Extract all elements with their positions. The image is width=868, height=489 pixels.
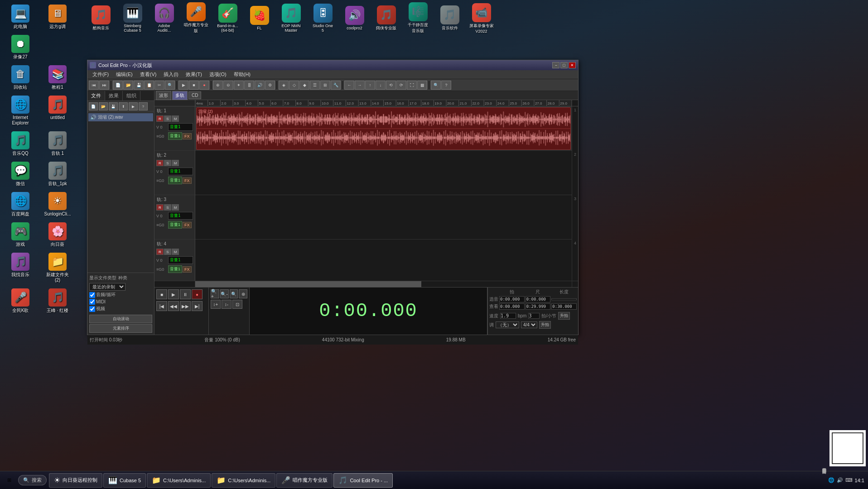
- desktop-icon-womusic[interactable]: 🎵 我找音乐: [5, 253, 36, 283]
- desktop-icon-fl[interactable]: 🍓 FL: [245, 6, 274, 30]
- track-4-s-btn[interactable]: S: [164, 249, 171, 255]
- maximize-button[interactable]: □: [560, 62, 568, 68]
- minimize-button[interactable]: －: [552, 62, 559, 68]
- toolbar-play[interactable]: ▶: [178, 81, 188, 90]
- zoom-sel[interactable]: ⊛: [239, 289, 247, 298]
- desktop-icon-singmagic[interactable]: 🎤 唱作魔方专业版: [181, 2, 211, 34]
- toolbar-save[interactable]: 💾: [134, 81, 144, 90]
- mode-btn-waveform[interactable]: 波形: [156, 91, 171, 100]
- desktop-icon-quanmink[interactable]: 🎤 全民K歌: [5, 288, 36, 313]
- desktop-icon-kuwo[interactable]: 🎵 酷狗音乐: [86, 5, 116, 31]
- track-2-m-btn[interactable]: M: [172, 160, 179, 166]
- toolbar-btn3[interactable]: 🔍: [165, 81, 175, 90]
- menu-help[interactable]: 帮助(H): [230, 70, 254, 79]
- track-2-s-btn[interactable]: S: [164, 160, 171, 166]
- video-checkbox[interactable]: 视频: [89, 306, 105, 312]
- desktop-icon-mp3[interactable]: 🎵 untitled: [42, 96, 73, 126]
- desktop-icon-audition[interactable]: 🎧 AdobeAuditi...: [149, 4, 179, 33]
- toolbar-open[interactable]: 📂: [123, 81, 133, 90]
- track-2-eq-btn[interactable]: 音量1: [168, 177, 182, 184]
- track-1-s-btn[interactable]: S: [164, 115, 171, 122]
- toolbar-btn6[interactable]: ✦: [234, 81, 244, 90]
- toolbar-ff[interactable]: ⏭: [99, 81, 109, 90]
- menu-insert[interactable]: 插入(I): [160, 70, 182, 79]
- sig-select[interactable]: 4/4: [521, 321, 537, 328]
- taskbar-item-sunlogin[interactable]: ☀ 向日葵远程控制: [49, 473, 102, 488]
- taskbar-search[interactable]: 🔍 搜索: [18, 475, 47, 485]
- taskbar-item-explorer2[interactable]: 📁 C:\Users\Adminis...: [212, 473, 275, 488]
- skip-start-btn[interactable]: |◀: [156, 301, 167, 311]
- track-3-r-btn[interactable]: R: [156, 204, 164, 211]
- record-btn[interactable]: ●: [192, 289, 203, 299]
- tab-files[interactable]: 文件: [87, 91, 105, 101]
- zoom-out-h[interactable]: 🔍-: [220, 289, 229, 298]
- desktop-icon-music-soft[interactable]: 🎵 音乐软件: [435, 5, 464, 31]
- tab-organize[interactable]: 组织: [123, 91, 140, 101]
- desktop-icon-baidu[interactable]: 🌐 百度网盘: [5, 192, 36, 217]
- desktop-icon-eop[interactable]: 🎵 EOP NMNMaster: [276, 4, 306, 33]
- desktop-icon-ie[interactable]: 🌐 InternetExplorer: [5, 96, 36, 126]
- desktop-icon-qqmusic[interactable]: 🎵 音乐QQ: [5, 131, 36, 156]
- close-button[interactable]: ✕: [569, 62, 576, 68]
- tempo-input[interactable]: [500, 313, 516, 319]
- pause-btn[interactable]: ⏸: [180, 289, 191, 299]
- toolbar-btn19[interactable]: ↓: [376, 81, 386, 90]
- desktop-icon-new-folder[interactable]: 📁 新建文件夹(2): [42, 253, 73, 283]
- auto-scroll-btn[interactable]: 自动滚动: [89, 315, 152, 323]
- zoom-in-v[interactable]: ↕+: [211, 300, 221, 309]
- toolbar-btn5[interactable]: ⊖: [223, 81, 233, 90]
- taskbar-item-singmagic[interactable]: 🎤 唱作魔方专业版: [276, 473, 333, 488]
- toolbar-btn15[interactable]: 🔧: [331, 81, 341, 90]
- desktop-icon-game[interactable]: 🎮 游戏: [5, 222, 36, 247]
- start-button[interactable]: ⊞: [0, 471, 18, 489]
- mode-btn-cd[interactable]: CD: [188, 91, 201, 99]
- desktop-icon-sunlogin[interactable]: ☀ SunloginCli...: [42, 192, 73, 217]
- beat-input[interactable]: [528, 313, 540, 319]
- toolbar-btn10[interactable]: ◈: [279, 81, 289, 90]
- desktop-icon-coolpro2[interactable]: 🔊 coolpro2: [340, 6, 369, 30]
- menu-view[interactable]: 查看(V): [136, 70, 160, 79]
- menu-edit[interactable]: 编辑(E): [112, 70, 136, 79]
- h-scrollbar-track[interactable]: [195, 281, 572, 287]
- stop-btn[interactable]: ■: [156, 289, 167, 299]
- left-btn-new[interactable]: 📄: [89, 102, 98, 110]
- desktop-icon-band[interactable]: 🎸 Band-in-a...(64-bit): [213, 4, 242, 33]
- toolbar-btn4[interactable]: ⊕: [213, 81, 223, 90]
- track-4-eq-btn[interactable]: 音量1: [168, 265, 182, 273]
- mode-btn-multitrack[interactable]: 多轨: [172, 91, 188, 100]
- zoom-in-h[interactable]: 🔍+: [211, 289, 219, 298]
- toolbar-btn13[interactable]: ☰: [310, 81, 320, 90]
- toolbar-btn7[interactable]: 🎛: [244, 81, 254, 90]
- network-icon[interactable]: 🌐: [828, 477, 834, 483]
- toolbar-btn17[interactable]: →: [355, 81, 365, 90]
- file-item[interactable]: 🔊 混缩 (2).wav: [88, 113, 153, 121]
- track-3-m-btn[interactable]: M: [172, 204, 179, 211]
- track-2-fx-btn[interactable]: FX: [183, 177, 192, 184]
- track-1-fx-btn[interactable]: FX: [183, 133, 192, 139]
- toolbar-help[interactable]: ?: [441, 81, 451, 90]
- prev-btn[interactable]: ◀◀: [168, 301, 179, 311]
- h-scrollbar-thumb[interactable]: [195, 281, 421, 287]
- toolbar-btn18[interactable]: ↑: [365, 81, 375, 90]
- track-4-fx-btn[interactable]: FX: [183, 266, 192, 273]
- left-btn-info[interactable]: ?: [139, 102, 148, 110]
- play-btn[interactable]: ▶: [168, 289, 179, 299]
- extra-btn[interactable]: 升拍: [539, 321, 551, 329]
- left-btn-save[interactable]: 💾: [109, 102, 118, 110]
- toolbar-record[interactable]: ●: [199, 81, 209, 90]
- toolbar-btn8[interactable]: 🔊: [255, 81, 265, 90]
- toolbar-btn9[interactable]: ⚙: [265, 81, 275, 90]
- midi-checkbox[interactable]: MIDI: [89, 299, 106, 305]
- taskbar-item-cooledit[interactable]: 🎵 Cool Edit Pro - ...: [333, 473, 393, 488]
- desktop-icon-qiangjin[interactable]: 🎼 千干静百度音乐版: [403, 2, 433, 34]
- track-1-r-btn[interactable]: R: [156, 115, 164, 122]
- tab-effects[interactable]: 效果: [105, 91, 123, 101]
- toolbar-btn24[interactable]: 🔍: [431, 81, 441, 90]
- zoom-full[interactable]: 🔍: [230, 289, 238, 298]
- sort-btn[interactable]: 元素排序: [89, 324, 152, 333]
- skip-end-btn[interactable]: ▶|: [192, 301, 203, 311]
- toolbar-btn21[interactable]: ⟳: [396, 81, 406, 90]
- desktop-icon-record[interactable]: ⏺ 录像27: [5, 35, 36, 60]
- track-1-waveform-block[interactable]: 混缩 (2): [196, 107, 571, 150]
- desktop-icon-tutorial[interactable]: 📚 教程1: [42, 65, 73, 90]
